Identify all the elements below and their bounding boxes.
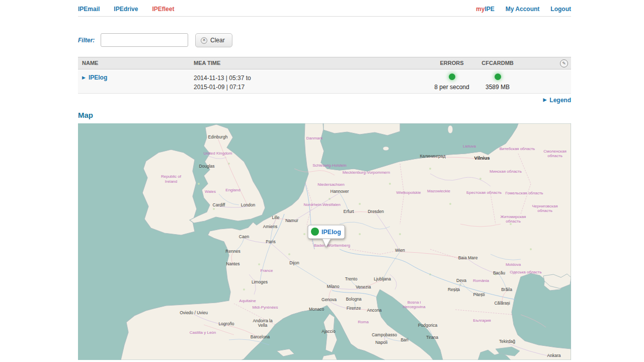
user-nav: myIPE My Account Logout <box>476 6 571 13</box>
map-city-label: Trento <box>345 276 358 281</box>
map-city-label: Dijon <box>289 260 299 265</box>
map-city-label: Monaco <box>309 307 325 312</box>
clear-circle-x-icon: ✕ <box>201 37 207 44</box>
map-city-label: Bacău <box>493 270 505 275</box>
map[interactable]: United KingdomRepublic ofIrelandWalesEng… <box>78 123 571 360</box>
map-city-label: Logroño <box>218 321 234 326</box>
map-region-label: Schleswig-Holstein <box>312 163 347 168</box>
map-city-label: Firenze <box>347 306 361 311</box>
map-region-label: Минская область <box>490 169 522 174</box>
map-title: Map <box>78 111 93 119</box>
map-city-label: Vella <box>258 323 268 328</box>
nav-divider <box>78 16 571 17</box>
map-city-label: Campobasso <box>372 332 397 337</box>
map-region-label: România <box>473 278 490 283</box>
map-region-label: Черниговская <box>532 204 558 208</box>
map-region-label: Republic of <box>161 174 182 179</box>
mea-time-cell: 2014-11-13 | 05:37 to 2015-01-09 | 07:17 <box>194 74 251 92</box>
nav-ipefleet[interactable]: IPEfleet <box>152 6 174 13</box>
map-city-label: Dresden <box>368 209 384 214</box>
map-city-label: Deva <box>456 278 466 283</box>
map-region-label: область <box>537 208 552 213</box>
nav-ipedrive[interactable]: IPEdrive <box>114 6 138 13</box>
column-header-cfcardmb[interactable]: CFCARDMB <box>467 60 528 66</box>
map-region-label: Nordrhein-Westfalen <box>303 202 340 207</box>
map-city-label: Cardiff <box>213 202 226 207</box>
map-city-label: Tirana <box>426 335 438 340</box>
marker-label: IPElog <box>321 229 341 236</box>
map-region-label: Wales <box>205 189 216 194</box>
legend-triangle-icon: ▶ <box>543 98 546 102</box>
edit-columns-icon[interactable]: ✎ <box>560 59 568 67</box>
map-city-label: Paris <box>266 239 275 244</box>
legend-row: ▶ Legend <box>78 96 571 104</box>
map-city-label: Venezia <box>356 284 371 289</box>
cfcard-cell: 3589 MB <box>467 70 528 91</box>
map-region-label: France <box>261 268 273 273</box>
filter-label: Filter: <box>78 37 95 44</box>
map-region-label: United Kingdom <box>204 151 232 156</box>
map-region-label: Одеська область <box>510 270 541 274</box>
map-city-label: Napoli <box>375 340 387 345</box>
cfcard-status-dot <box>495 74 501 80</box>
map-island-gotland <box>448 125 453 133</box>
map-city-label: Genova <box>321 297 337 302</box>
map-region-label: Baden-Württemberg <box>314 243 350 248</box>
map-region-label: Hercegovina <box>403 305 426 309</box>
clear-button-label: Clear <box>210 37 225 44</box>
map-region-label: Житомирская <box>501 214 526 219</box>
map-region-label: Aquitaine <box>239 299 256 303</box>
map-city-label: Калининград <box>420 154 445 159</box>
column-header-name[interactable]: NAME <box>82 60 98 66</box>
map-region-label: Mecklenburg-Vorpommern <box>343 170 390 175</box>
map-city-label: Hannover <box>331 189 349 194</box>
map-city-label: London <box>241 202 256 207</box>
map-region-label: область <box>547 154 562 158</box>
device-expander[interactable]: ▶ IPElog <box>82 74 107 81</box>
map-city-label: Erfurt <box>344 209 354 214</box>
map-city-label: Nantes <box>226 261 240 266</box>
brand-nav: IPEmail IPEdrive IPEfleet <box>78 6 174 13</box>
map-city-label: Milano <box>327 284 339 289</box>
map-region-label: Смоленская <box>543 149 567 154</box>
myipe-prefix: my <box>476 6 485 13</box>
map-city-label: Călărași <box>494 301 510 306</box>
nav-myipe[interactable]: myIPE <box>476 6 495 13</box>
map-city-label: Lille <box>272 215 279 220</box>
marker-status-dot <box>311 228 319 236</box>
table-row: ▶ IPElog 2014-11-13 | 05:37 to 2015-01-0… <box>78 70 571 94</box>
cfcard-value: 3589 MB <box>467 84 528 91</box>
map-city-label: Ankara <box>547 353 561 358</box>
map-city-label: Tekirdağ <box>499 339 515 344</box>
map-city-label: Edinburgh <box>208 134 228 139</box>
filter-input[interactable] <box>101 33 188 47</box>
map-region-label: Danmark <box>306 136 323 140</box>
map-city-label: Rennes <box>225 249 240 254</box>
map-region-label: Bosna i <box>408 300 421 305</box>
map-land-sweden-strip <box>324 123 400 135</box>
map-region-label: Roma <box>358 320 369 324</box>
map-city-label: Brăila <box>501 287 512 292</box>
map-city-label: Bari <box>400 337 408 342</box>
map-region-label: Midi-Pyrénées <box>252 305 278 310</box>
table-header: NAME MEA TIME ERRORS CFCARDMB ✎ <box>78 57 571 69</box>
map-region-label: область <box>506 219 521 224</box>
clear-button[interactable]: ✕ Clear <box>195 33 232 47</box>
map-city-label: Limoges <box>252 279 268 284</box>
nav-logout[interactable]: Logout <box>550 6 571 13</box>
map-city-label: Podgorica <box>418 323 438 328</box>
map-city-label: Ancona <box>367 308 382 313</box>
page: IPEmail IPEdrive IPEfleet myIPE My Accou… <box>0 0 644 362</box>
map-island-bornholm <box>383 147 389 151</box>
map-city-label: Namur <box>285 218 298 223</box>
column-header-mea-time[interactable]: MEA TIME <box>194 60 220 66</box>
map-region-label: Niedersachsen <box>317 182 344 187</box>
nav-ipemail[interactable]: IPEmail <box>78 6 100 13</box>
legend-label: Legend <box>549 97 571 104</box>
legend-toggle[interactable]: ▶ Legend <box>543 97 571 104</box>
nav-my-account[interactable]: My Account <box>506 6 540 13</box>
map-region-label: England <box>225 188 240 192</box>
mea-time-line1: 2014-11-13 | 05:37 to <box>194 74 251 83</box>
device-name-link[interactable]: IPElog <box>89 74 107 81</box>
map-city-label: Caen <box>239 234 250 239</box>
